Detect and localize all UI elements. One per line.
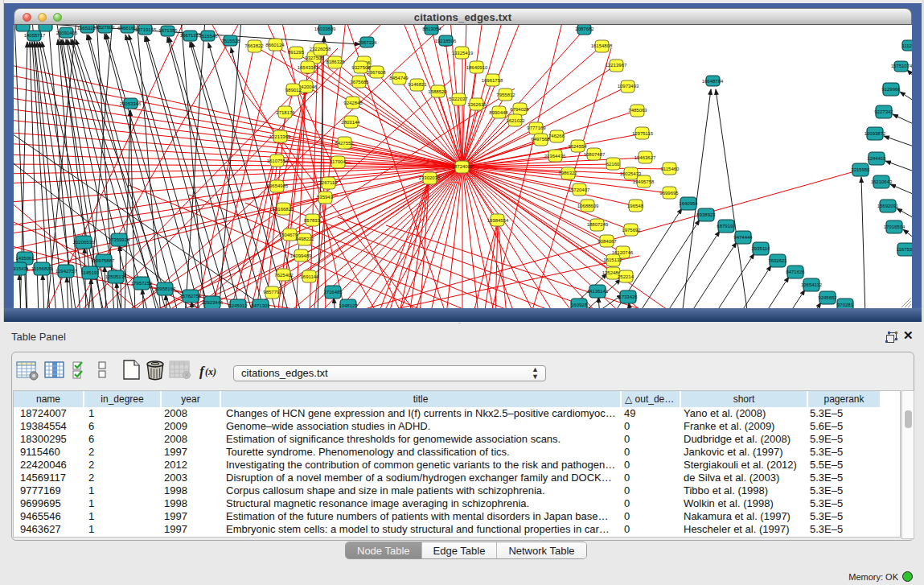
svg-text:18807249: 18807249 <box>587 222 609 227</box>
svg-text:535943: 535943 <box>317 195 334 200</box>
svg-text:12923446: 12923446 <box>202 300 224 305</box>
svg-text:196548: 196548 <box>627 204 644 208</box>
svg-text:15720407: 15720407 <box>569 187 590 192</box>
svg-text:9227342: 9227342 <box>874 109 893 114</box>
svg-text:7986322: 7986322 <box>558 171 577 175</box>
svg-text:1145193: 1145193 <box>81 270 101 275</box>
svg-text:16961758: 16961758 <box>482 78 503 83</box>
svg-text:10807487: 10807487 <box>584 152 606 157</box>
svg-text:3267110: 3267110 <box>319 180 339 185</box>
svg-text:2803144: 2803144 <box>341 120 360 125</box>
svg-text:1527602: 1527602 <box>96 25 115 30</box>
svg-text:8454749: 8454749 <box>389 76 409 80</box>
svg-text:16543382: 16543382 <box>298 65 319 70</box>
svg-text:7955812: 7955812 <box>496 93 515 97</box>
svg-text:1362615: 1362615 <box>467 102 487 107</box>
svg-text:111248: 111248 <box>901 43 912 48</box>
svg-text:989012: 989012 <box>285 88 302 93</box>
svg-text:9857791: 9857791 <box>263 290 282 295</box>
svg-text:10719155: 10719155 <box>135 27 157 32</box>
svg-text:16782759: 16782759 <box>180 294 202 299</box>
svg-text:23302035: 23302035 <box>419 175 441 180</box>
svg-text:12942757: 12942757 <box>55 269 77 274</box>
svg-text:23226058: 23226058 <box>310 47 331 51</box>
svg-text:19166825: 19166825 <box>273 207 294 212</box>
svg-text:16210643: 16210643 <box>871 179 893 184</box>
svg-text:1671355: 1671355 <box>158 28 178 33</box>
svg-text:15692091: 15692091 <box>877 204 899 208</box>
svg-text:1435061: 1435061 <box>15 256 35 261</box>
svg-text:1167534: 1167534 <box>897 247 912 252</box>
svg-text:9245012: 9245012 <box>228 303 248 308</box>
svg-text:20091406: 20091406 <box>56 31 78 35</box>
svg-text:19654985: 19654985 <box>267 183 289 188</box>
svg-text:2087682: 2087682 <box>575 27 594 31</box>
svg-text:3675685: 3675685 <box>350 80 369 84</box>
svg-text:13325419: 13325419 <box>452 51 474 56</box>
svg-text:9115460: 9115460 <box>661 167 680 171</box>
svg-text:1244415: 1244415 <box>867 156 886 161</box>
svg-text:12505135: 12505135 <box>105 274 127 279</box>
svg-text:8471301: 8471301 <box>251 303 270 308</box>
svg-text:1640954: 1640954 <box>679 201 698 206</box>
svg-text:9327505: 9327505 <box>305 56 324 60</box>
svg-text:1621022: 1621022 <box>506 118 525 123</box>
svg-text:10688609: 10688609 <box>577 204 599 208</box>
svg-text:160928: 160928 <box>571 303 588 307</box>
svg-text:21364436: 21364436 <box>544 154 566 159</box>
svg-text:16648784: 16648784 <box>702 79 724 84</box>
svg-text:16154808: 16154808 <box>591 43 613 48</box>
svg-text:9129966: 9129966 <box>881 87 901 92</box>
svg-text:9777169: 9777169 <box>527 126 546 130</box>
svg-text:3716485: 3716485 <box>323 290 343 295</box>
svg-text:7957224: 7957224 <box>358 40 377 45</box>
svg-text:8471626: 8471626 <box>786 270 805 274</box>
svg-text:391543: 391543 <box>14 266 27 271</box>
svg-text:6879197: 6879197 <box>717 224 736 229</box>
svg-text:970281: 970281 <box>837 303 854 307</box>
svg-text:8813054: 8813054 <box>422 27 441 31</box>
svg-text:5322037: 5322037 <box>449 97 468 101</box>
svg-text:1975692: 1975692 <box>622 228 641 233</box>
svg-text:9474444: 9474444 <box>733 235 753 240</box>
svg-text:2935114: 2935114 <box>752 246 771 251</box>
svg-text:19218506: 19218506 <box>435 39 457 43</box>
svg-text:62160: 62160 <box>606 162 620 167</box>
svg-text:5938923: 5938923 <box>696 212 716 217</box>
svg-text:12093872: 12093872 <box>864 131 886 136</box>
svg-text:18724007: 18724007 <box>452 164 474 169</box>
svg-text:17957253: 17957253 <box>131 281 153 286</box>
svg-text:14136141: 14136141 <box>587 289 609 294</box>
svg-text:9245652: 9245652 <box>818 295 837 300</box>
svg-text:2718176: 2718176 <box>276 110 295 115</box>
svg-text:10975887: 10975887 <box>93 258 115 263</box>
svg-text:10654112: 10654112 <box>801 282 823 287</box>
svg-text:857833: 857833 <box>304 218 321 223</box>
svg-text:7625402: 7625402 <box>274 273 294 278</box>
svg-text:7515528: 7515528 <box>221 39 240 43</box>
svg-text:19463627: 19463627 <box>634 155 656 160</box>
svg-text:1691144: 1691144 <box>301 274 320 279</box>
svg-text:11156829: 11156829 <box>31 266 52 271</box>
svg-text:1615132: 1615132 <box>603 257 622 262</box>
svg-text:3624554: 3624554 <box>568 144 587 149</box>
svg-text:7632621: 7632621 <box>768 258 787 263</box>
svg-text:20206536: 20206536 <box>73 240 95 245</box>
svg-text:3215955: 3215955 <box>851 167 870 172</box>
svg-text:14055717: 14055717 <box>24 33 46 38</box>
svg-text:8427552: 8427552 <box>335 141 354 146</box>
svg-text:2367608: 2367608 <box>367 70 386 75</box>
svg-text:13495758: 13495758 <box>633 179 655 184</box>
svg-text:9242848: 9242848 <box>343 101 363 105</box>
svg-text:891295: 891295 <box>288 50 305 55</box>
svg-text:9146821: 9146821 <box>408 82 427 87</box>
svg-text:17016504: 17016504 <box>884 225 906 229</box>
svg-text:1733426: 1733426 <box>618 295 638 299</box>
svg-text:6497568: 6497568 <box>531 137 550 142</box>
svg-text:18640910: 18640910 <box>466 65 488 70</box>
svg-text:3498222: 3498222 <box>295 237 314 241</box>
svg-text:7515546: 7515546 <box>199 34 218 39</box>
svg-text:7663822: 7663822 <box>244 43 264 48</box>
svg-text:15751074: 15751074 <box>891 64 912 68</box>
svg-text:746266: 746266 <box>548 134 565 138</box>
